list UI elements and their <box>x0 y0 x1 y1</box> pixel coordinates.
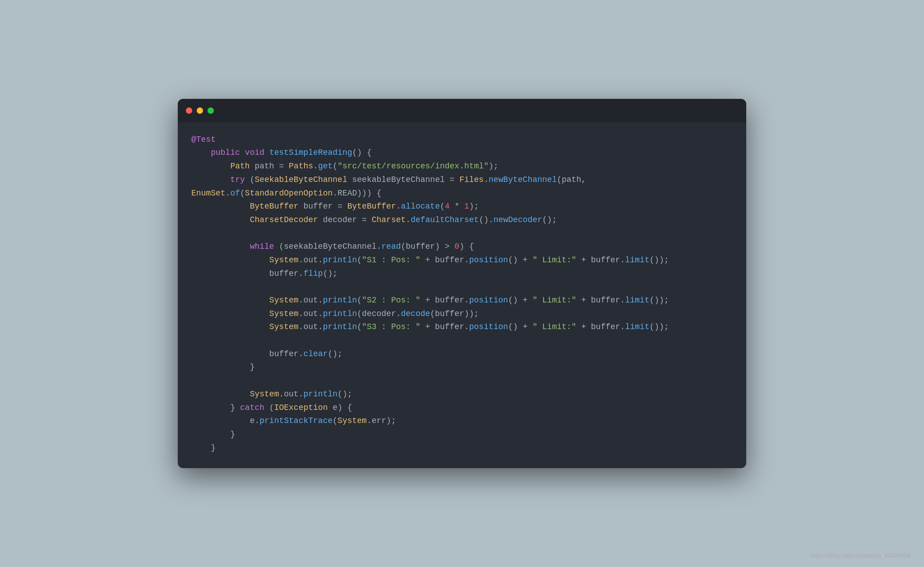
close-button[interactable] <box>186 107 192 114</box>
code-window: @Test public void testSimpleReading() { … <box>178 99 746 469</box>
maximize-button[interactable] <box>208 107 214 114</box>
url-bar: https://blog.csdn.net/weixin_44129618 <box>811 552 910 559</box>
code-block: @Test public void testSimpleReading() { … <box>191 133 733 455</box>
code-editor: @Test public void testSimpleReading() { … <box>178 122 746 469</box>
titlebar <box>178 99 746 122</box>
minimize-button[interactable] <box>197 107 203 114</box>
